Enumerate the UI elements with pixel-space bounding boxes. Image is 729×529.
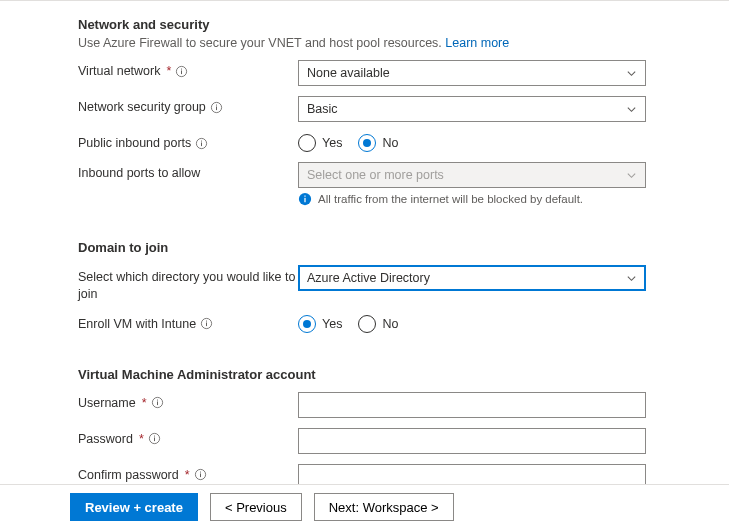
svg-rect-4 [216, 106, 217, 110]
previous-button[interactable]: < Previous [210, 493, 302, 521]
required-asterisk: * [185, 468, 190, 482]
password-label-text: Password [78, 432, 133, 446]
nsg-label-text: Network security group [78, 100, 206, 114]
inbound-ports-hint-text: All traffic from the internet will be bl… [318, 193, 583, 205]
public-inbound-label-text: Public inbound ports [78, 136, 191, 150]
nsg-select[interactable]: Basic [298, 96, 646, 122]
svg-rect-1 [181, 70, 182, 74]
username-label-text: Username [78, 396, 136, 410]
chevron-down-icon [626, 273, 637, 284]
wizard-footer: Review + create < Previous Next: Workspa… [0, 484, 729, 529]
form-content: Network and security Use Azure Firewall … [0, 1, 729, 510]
svg-rect-13 [206, 323, 207, 327]
required-asterisk: * [142, 396, 147, 410]
intune-label-text: Enroll VM with Intune [78, 317, 196, 331]
vm-admin-title: Virtual Machine Administrator account [78, 367, 701, 382]
network-security-desc-text: Use Azure Firewall to secure your VNET a… [78, 36, 445, 50]
radio-icon [298, 315, 316, 333]
public-inbound-no[interactable]: No [358, 134, 398, 152]
svg-rect-14 [206, 321, 207, 322]
info-icon[interactable] [148, 432, 161, 445]
radio-no-label: No [382, 317, 398, 331]
svg-rect-20 [154, 436, 155, 437]
label-nsg: Network security group [78, 96, 298, 114]
radio-no-label: No [382, 136, 398, 150]
chevron-down-icon [626, 170, 637, 181]
password-input[interactable] [298, 428, 646, 454]
info-icon[interactable] [200, 317, 213, 330]
nsg-value: Basic [307, 102, 338, 116]
row-password: Password * [78, 428, 701, 454]
radio-icon [358, 134, 376, 152]
virtual-network-value: None available [307, 66, 390, 80]
next-button[interactable]: Next: Workspace > [314, 493, 454, 521]
required-asterisk: * [139, 432, 144, 446]
inbound-ports-label-text: Inbound ports to allow [78, 166, 200, 180]
row-virtual-network: Virtual network * None available [78, 60, 701, 86]
svg-rect-11 [304, 196, 305, 197]
label-enroll-intune: Enroll VM with Intune [78, 313, 298, 331]
directory-select[interactable]: Azure Active Directory [298, 265, 646, 291]
directory-label-text: Select which directory you would like to… [78, 269, 298, 303]
label-username: Username * [78, 392, 298, 410]
svg-rect-19 [154, 438, 155, 442]
radio-icon [298, 134, 316, 152]
svg-rect-17 [157, 400, 158, 401]
row-inbound-ports: Inbound ports to allow Select one or mor… [78, 162, 701, 206]
row-username: Username * [78, 392, 701, 418]
public-inbound-radio-group: Yes No [298, 132, 646, 152]
svg-rect-2 [181, 68, 182, 69]
info-icon[interactable] [210, 101, 223, 114]
info-icon[interactable] [194, 468, 207, 481]
confirm-password-label-text: Confirm password [78, 468, 179, 482]
info-icon[interactable] [175, 65, 188, 78]
intune-radio-group: Yes No [298, 313, 646, 333]
vnet-label-text: Virtual network [78, 64, 160, 78]
inbound-ports-hint: All traffic from the internet will be bl… [298, 192, 646, 206]
public-inbound-yes[interactable]: Yes [298, 134, 342, 152]
svg-rect-8 [201, 140, 202, 141]
domain-join-title: Domain to join [78, 240, 701, 255]
row-directory: Select which directory you would like to… [78, 265, 701, 303]
inbound-ports-select: Select one or more ports [298, 162, 646, 188]
label-directory: Select which directory you would like to… [78, 265, 298, 303]
directory-value: Azure Active Directory [307, 271, 430, 285]
svg-rect-5 [216, 104, 217, 105]
label-public-inbound: Public inbound ports [78, 132, 298, 150]
required-asterisk: * [166, 64, 171, 78]
chevron-down-icon [626, 68, 637, 79]
label-virtual-network: Virtual network * [78, 60, 298, 78]
svg-rect-16 [157, 402, 158, 406]
row-enroll-intune: Enroll VM with Intune Yes No [78, 313, 701, 333]
info-icon[interactable] [195, 137, 208, 150]
info-fill-icon [298, 192, 312, 206]
radio-yes-label: Yes [322, 317, 342, 331]
radio-yes-label: Yes [322, 136, 342, 150]
row-nsg: Network security group Basic [78, 96, 701, 122]
username-input[interactable] [298, 392, 646, 418]
row-public-inbound: Public inbound ports Yes No [78, 132, 701, 152]
label-inbound-ports: Inbound ports to allow [78, 162, 298, 180]
network-security-title: Network and security [78, 17, 701, 32]
svg-rect-7 [201, 142, 202, 146]
label-confirm-password: Confirm password * [78, 464, 298, 482]
svg-rect-22 [200, 474, 201, 478]
radio-icon [358, 315, 376, 333]
intune-yes[interactable]: Yes [298, 315, 342, 333]
svg-rect-10 [304, 198, 305, 202]
chevron-down-icon [626, 104, 637, 115]
review-create-button[interactable]: Review + create [70, 493, 198, 521]
info-icon[interactable] [151, 396, 164, 409]
svg-rect-23 [200, 472, 201, 473]
inbound-ports-placeholder: Select one or more ports [307, 168, 444, 182]
network-security-description: Use Azure Firewall to secure your VNET a… [78, 36, 701, 50]
virtual-network-select[interactable]: None available [298, 60, 646, 86]
label-password: Password * [78, 428, 298, 446]
intune-no[interactable]: No [358, 315, 398, 333]
learn-more-link[interactable]: Learn more [445, 36, 509, 50]
